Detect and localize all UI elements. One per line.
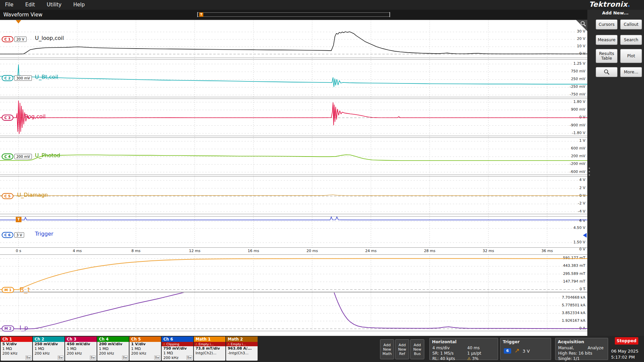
channel-pill-ch4[interactable]: C 4 bbox=[2, 154, 13, 160]
menu-help[interactable]: Help bbox=[68, 0, 90, 9]
more-button[interactable]: More... bbox=[620, 67, 642, 77]
settings-badge-row: 1 MΩ bbox=[33, 347, 64, 351]
trace-ch6 bbox=[0, 217, 587, 220]
channel-scale-ch4[interactable]: 200 mV bbox=[14, 154, 32, 159]
settings-badge-row: 1 MΩ bbox=[1, 347, 32, 351]
settings-badge-ch-6[interactable]: Ch 6⚠ Clipping750 mV/div1 MΩ200 kHzBw bbox=[162, 337, 193, 361]
acquisition-panel[interactable]: Acquisition Manual, Analyze High Res: 16… bbox=[555, 338, 608, 360]
plot-button[interactable]: Plot bbox=[620, 49, 642, 63]
bandwidth-icon: Bw bbox=[58, 356, 63, 360]
y-axis-label-ch6: 0 V bbox=[579, 247, 586, 252]
record-length: RL: 40 kpts bbox=[432, 356, 455, 361]
analyze-label[interactable]: Analyze bbox=[588, 346, 603, 350]
cursors-button[interactable]: Cursors bbox=[596, 19, 618, 29]
results-table-button[interactable]: Results Table bbox=[596, 49, 618, 63]
warning-icon: ⚠ bbox=[227, 343, 231, 346]
settings-badge-row: 200 mV/div bbox=[97, 342, 129, 347]
channel-badge-ch1[interactable]: C 120 V bbox=[2, 36, 26, 42]
search-button[interactable]: Search bbox=[620, 35, 642, 45]
bandwidth-icon: Bw bbox=[122, 356, 128, 360]
badge-warning: ⚠ Empty i... bbox=[226, 342, 258, 346]
settings-badge-row: 73.8 mT/div bbox=[194, 346, 225, 351]
channel-pill-ch3[interactable]: C 3 bbox=[2, 115, 13, 121]
channel-scale-ch1[interactable]: 20 V bbox=[14, 37, 26, 42]
channel-badge-m2[interactable]: M 2 bbox=[2, 325, 14, 331]
trigger-panel[interactable]: Trigger 6 3 V bbox=[500, 338, 551, 360]
settings-badge-title: Ch 3 bbox=[65, 337, 97, 342]
trigger-panel-title: Trigger bbox=[500, 338, 551, 344]
sample-interval: 1 μs/pt bbox=[467, 351, 481, 356]
bandwidth-icon: Bw bbox=[186, 356, 192, 360]
settings-badge-title: Math 1 bbox=[194, 337, 225, 342]
menu-edit[interactable]: Edit bbox=[20, 0, 40, 9]
callout-button[interactable]: Callout bbox=[620, 19, 642, 29]
measure-button[interactable]: Measure bbox=[596, 35, 618, 45]
channel-badge-ch3[interactable]: C 3 bbox=[2, 114, 13, 121]
channel-label-ch2: U_Bt,coil bbox=[35, 74, 58, 80]
settings-badge-row: 750 mV/div bbox=[162, 346, 193, 351]
settings-badge-row: 1 MΩ bbox=[129, 347, 161, 351]
horizontal-window: 40 ms bbox=[467, 346, 480, 350]
menu-utility[interactable]: Utility bbox=[42, 0, 66, 9]
channel-pill-ch5[interactable]: C 5 bbox=[2, 193, 13, 199]
channel-pill-ch2[interactable]: C 2 bbox=[2, 75, 13, 81]
run-stop-status-button[interactable]: Stopped bbox=[615, 337, 638, 345]
status-time: 5:17:02 PM bbox=[611, 355, 642, 360]
horizontal-pan-slider[interactable]: T bbox=[197, 12, 390, 17]
acquisition-sequence: Single: 1/1 bbox=[558, 356, 580, 361]
channel-pill-ch1[interactable]: C 1 bbox=[2, 36, 13, 42]
channel-label-ch4: U_Photod bbox=[35, 152, 60, 159]
warning-icon: ⚠ bbox=[467, 356, 471, 361]
settings-badge-title: Ch 4 bbox=[97, 337, 129, 342]
settings-badge-ch-3[interactable]: Ch 3450 mV/div1 MΩ200 kHzBw bbox=[65, 337, 97, 361]
channel-scale-ch6[interactable]: 3 V bbox=[14, 232, 24, 238]
settings-badge-ch-2[interactable]: Ch 2250 mV/div1 MΩ200 kHzBw bbox=[33, 337, 64, 361]
horizontal-panel-title: Horizontal bbox=[430, 338, 498, 344]
trigger-level-arrow-icon[interactable] bbox=[583, 233, 587, 238]
channel-pill-ch6[interactable]: C 6 bbox=[2, 232, 13, 238]
warning-icon: ⚠ bbox=[163, 343, 166, 346]
channel-label-m1: B_t bbox=[19, 286, 30, 294]
channel-label-m2: I_p bbox=[19, 324, 28, 331]
waveform-slice-m2 bbox=[0, 292, 587, 331]
magnifier-icon[interactable] bbox=[580, 20, 587, 27]
waveform-slice-ch6 bbox=[0, 216, 587, 248]
sample-rate: SR: 1 MS/s bbox=[432, 351, 453, 356]
waveform-slice-ch1 bbox=[0, 20, 587, 58]
settings-badge-row: 450 mV/div bbox=[65, 342, 97, 347]
channel-badge-ch6[interactable]: C 63 V bbox=[2, 231, 24, 238]
add-new-bus-button[interactable]: AddNewBus bbox=[410, 339, 424, 359]
trigger-position-flag[interactable]: T bbox=[199, 12, 203, 17]
channel-pill-m1[interactable]: M 1 bbox=[2, 287, 14, 293]
trigger-source-badge[interactable]: T bbox=[16, 217, 21, 222]
trigger-position-marker-icon[interactable] bbox=[16, 20, 21, 23]
settings-badge-row: 250 mV/div bbox=[33, 342, 64, 347]
add-new-ref-button[interactable]: AddNewRef bbox=[395, 339, 409, 359]
settings-badge-math-2[interactable]: Math 2⚠ Empty i...963.08 A/...-Intg(Ch3.… bbox=[226, 337, 258, 361]
badge-warning: ⚠ Empty i... bbox=[194, 342, 225, 346]
menu-bar: File Edit Utility Help Tektronix. bbox=[0, 0, 644, 10]
settings-badge-row: 1 MΩ bbox=[162, 351, 193, 356]
settings-badge-row: 1 V/div bbox=[129, 342, 161, 347]
menu-file[interactable]: File bbox=[0, 0, 18, 9]
channel-scale-ch2[interactable]: 300 mV bbox=[14, 75, 32, 81]
panel-drag-handle[interactable] bbox=[589, 166, 590, 178]
acquisition-mode: Manual, bbox=[558, 346, 574, 350]
horizontal-panel[interactable]: Horizontal 4 ms/div 40 ms SR: 1 MS/s 1 μ… bbox=[429, 338, 498, 360]
channel-pill-m2[interactable]: M 2 bbox=[2, 325, 14, 331]
channel-badge-m1[interactable]: M 1 bbox=[2, 286, 14, 293]
settings-badge-row: 5 V/div bbox=[1, 342, 32, 347]
oscilloscope-screen: { "menu":{"items":["File","Edit","Utilit… bbox=[0, 0, 644, 362]
trigger-level: 3 V bbox=[523, 349, 530, 354]
channel-badge-ch2[interactable]: C 2300 mV bbox=[2, 74, 32, 81]
channel-badge-ch4[interactable]: C 4200 mV bbox=[2, 153, 32, 160]
channel-badge-ch5[interactable]: C 5 bbox=[2, 192, 13, 199]
settings-badge-math-1[interactable]: Math 1⚠ Empty i...73.8 mT/divIntg(Ch2)..… bbox=[194, 337, 225, 361]
add-new-math-button[interactable]: AddNewMath bbox=[380, 339, 394, 359]
settings-badge-ch-5[interactable]: Ch 51 V/div1 MΩ200 kHzBw bbox=[129, 337, 161, 361]
settings-badge-ch-4[interactable]: Ch 4200 mV/div1 MΩ200 kHzBw bbox=[97, 337, 129, 361]
trace-ch1 bbox=[0, 32, 587, 54]
zoom-mode-button[interactable] bbox=[596, 67, 618, 77]
settings-badge-ch-1[interactable]: Ch 15 V/div1 MΩ200 kHzBw bbox=[1, 337, 32, 361]
settings-badge-row: -Intg(Ch3... bbox=[226, 351, 258, 356]
